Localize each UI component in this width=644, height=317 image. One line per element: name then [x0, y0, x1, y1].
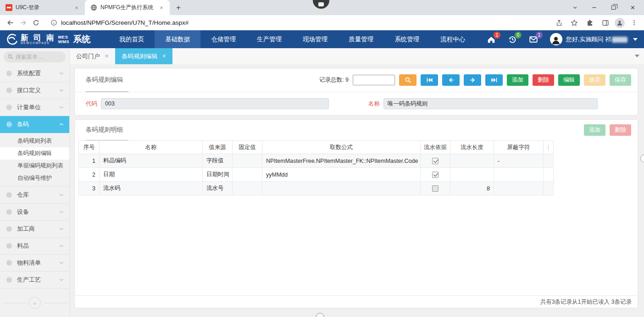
- collapse-sidebar-icon[interactable]: «: [29, 297, 41, 309]
- sidebar-item-equipment[interactable]: 设备: [0, 204, 69, 221]
- col-formula[interactable]: 取数公式: [262, 141, 421, 154]
- sidebar-item-process[interactable]: 生产工艺: [0, 272, 69, 289]
- sidebar-item-auto-number[interactable]: 自动编号维护: [0, 172, 69, 184]
- first-record-button[interactable]: [421, 74, 438, 86]
- history-icon[interactable]: 0: [508, 35, 517, 44]
- new-tab-button[interactable]: +: [172, 2, 184, 14]
- last-record-button[interactable]: [485, 74, 503, 86]
- sidebar-item-barcode-rule-list[interactable]: 条码规则列表: [0, 135, 69, 147]
- sidebar-item-processor[interactable]: 加工商: [0, 221, 69, 238]
- forward-icon[interactable]: [17, 17, 29, 29]
- browser-profile-avatar[interactable]: [615, 18, 625, 28]
- sidebar-item-barcode[interactable]: 条码: [0, 116, 69, 133]
- browser-menu-icon[interactable]: [627, 17, 640, 29]
- name-field[interactable]: [383, 98, 598, 109]
- gear-icon: [6, 208, 13, 216]
- nav-item-system[interactable]: 系统管理: [384, 30, 430, 48]
- mail-badge: 1: [536, 32, 543, 39]
- browser-address-bar: localhost/NPMFG/Screen/U7N_T/Home.aspx#: [0, 15, 644, 30]
- add-button[interactable]: 添加: [507, 74, 528, 86]
- page-tab-bar: 公司门户 ✕ 条码规则编辑 ✕: [70, 48, 644, 64]
- restore-button[interactable]: [605, 1, 622, 14]
- reload-icon[interactable]: [29, 17, 42, 29]
- chevron-down-icon: [58, 226, 65, 232]
- col-source[interactable]: 值来源: [203, 141, 233, 154]
- master-panel-title: 条码规则编辑: [86, 68, 128, 92]
- record-total-label: 记录总数: 9: [319, 76, 349, 84]
- back-icon[interactable]: [4, 17, 17, 29]
- main-nav: 我的首页 基础数据 仓储管理 生产管理 现场管理 质量管理 系统管理 流程中心: [109, 30, 476, 48]
- sidebar-item-warehouse[interactable]: 仓库: [0, 187, 69, 204]
- site-info-icon[interactable]: [50, 19, 57, 26]
- page-tab-portal[interactable]: 公司门户 ✕: [70, 48, 115, 64]
- table-row[interactable]: 1 料品编码 字段值 NPItemMasterFree.NPItemMaster…: [79, 154, 554, 168]
- record-jump-input[interactable]: [353, 75, 395, 85]
- serial-basis-checkbox[interactable]: [432, 172, 439, 178]
- nav-item-warehouse[interactable]: 仓储管理: [200, 30, 246, 48]
- nav-item-workflow[interactable]: 流程中心: [430, 30, 476, 48]
- sidebar-item-interface[interactable]: 接口定义: [0, 82, 69, 99]
- share-icon[interactable]: [552, 17, 565, 29]
- serial-basis-checkbox[interactable]: [432, 158, 439, 164]
- nav-item-shopfloor[interactable]: 现场管理: [292, 30, 338, 48]
- table-row[interactable]: 2 日期 日期时间 yyMMdd: [79, 168, 554, 182]
- sidebar-item-system-config[interactable]: 系统配置: [0, 65, 69, 82]
- tab-search-icon[interactable]: [566, 1, 583, 14]
- extensions-icon[interactable]: [583, 17, 596, 29]
- discard-button[interactable]: 放弃: [584, 74, 605, 86]
- col-serial-length[interactable]: 流水长度: [450, 141, 494, 154]
- home-icon[interactable]: 1: [487, 35, 496, 44]
- close-tab-icon[interactable]: [158, 4, 165, 11]
- col-mask[interactable]: 屏蔽字符: [494, 141, 544, 154]
- sidebar-item-barcode-rule-edit[interactable]: 条码规则编辑: [0, 147, 69, 160]
- gear-icon: [6, 121, 13, 128]
- code-field[interactable]: [101, 98, 329, 109]
- gear-icon: [6, 259, 13, 267]
- user-menu[interactable]: 您好,实施顾问 祁: [550, 33, 638, 45]
- edit-button[interactable]: 编辑: [558, 74, 580, 86]
- col-serial-basis[interactable]: 流水依据: [421, 141, 450, 154]
- delete-button[interactable]: 删除: [533, 74, 554, 86]
- col-name[interactable]: 名称: [100, 141, 203, 154]
- search-button[interactable]: [399, 74, 416, 86]
- column-menu-icon[interactable]: ⋮: [546, 144, 551, 150]
- close-window-button[interactable]: [624, 1, 641, 14]
- save-button[interactable]: 保存: [610, 74, 631, 86]
- chevron-down-icon: [58, 192, 65, 198]
- logo-name-cn: 新 司 南: [21, 34, 55, 41]
- table-row[interactable]: 3 流水码 流水号 8: [79, 182, 554, 195]
- mail-icon[interactable]: 1: [529, 35, 538, 44]
- close-tab-icon[interactable]: ✕: [162, 53, 166, 59]
- sidebar-item-doc-code-rule-list[interactable]: 单据编码规则列表: [0, 160, 69, 172]
- url-field[interactable]: localhost/NPMFG/Screen/U7N_T/Home.aspx#: [46, 17, 549, 29]
- chevron-up-icon: [58, 121, 65, 128]
- minimize-button[interactable]: [585, 1, 603, 14]
- close-tab-icon[interactable]: ✕: [105, 53, 109, 59]
- prev-record-button[interactable]: [442, 74, 460, 86]
- sidebar-item-bom[interactable]: 物料清单: [0, 255, 69, 272]
- col-seq[interactable]: 序号: [79, 141, 100, 154]
- u9c-favicon: [6, 4, 12, 11]
- browser-tab-npmfg[interactable]: NPMFG生产执行系统: [85, 0, 170, 15]
- nav-item-production[interactable]: 生产管理: [246, 30, 292, 48]
- detail-add-button[interactable]: 添加: [584, 124, 605, 136]
- next-record-button[interactable]: [464, 74, 481, 86]
- close-tab-icon[interactable]: [73, 4, 80, 11]
- detail-panel: 条码规则明细 添加 删除 序: [74, 119, 638, 308]
- nav-item-home[interactable]: 我的首页: [109, 30, 155, 48]
- col-fixed[interactable]: 固定值: [233, 141, 262, 154]
- page-tab-barcode-rule-edit[interactable]: 条码规则编辑 ✕: [115, 48, 172, 64]
- gear-icon: [6, 242, 13, 250]
- tab-list-caret-icon[interactable]: [635, 55, 639, 57]
- serial-basis-checkbox[interactable]: [432, 185, 439, 192]
- sidebar-item-item[interactable]: 料品: [0, 238, 69, 255]
- browser-tab-title: U9C-登录: [16, 4, 70, 11]
- browser-tab-u9c[interactable]: U9C-登录: [0, 0, 85, 15]
- side-panel-icon[interactable]: [599, 17, 612, 29]
- nav-item-quality[interactable]: 质量管理: [338, 30, 384, 48]
- screen: U9C-登录 NPMFG生产执行系统 + localhost/NPMFG/Scr…: [0, 0, 644, 317]
- bookmark-star-icon[interactable]: [568, 17, 581, 29]
- nav-item-basic-data[interactable]: 基础数据: [155, 30, 200, 48]
- detail-delete-button[interactable]: 删除: [610, 124, 631, 136]
- sidebar-item-uom[interactable]: 计量单位: [0, 99, 69, 116]
